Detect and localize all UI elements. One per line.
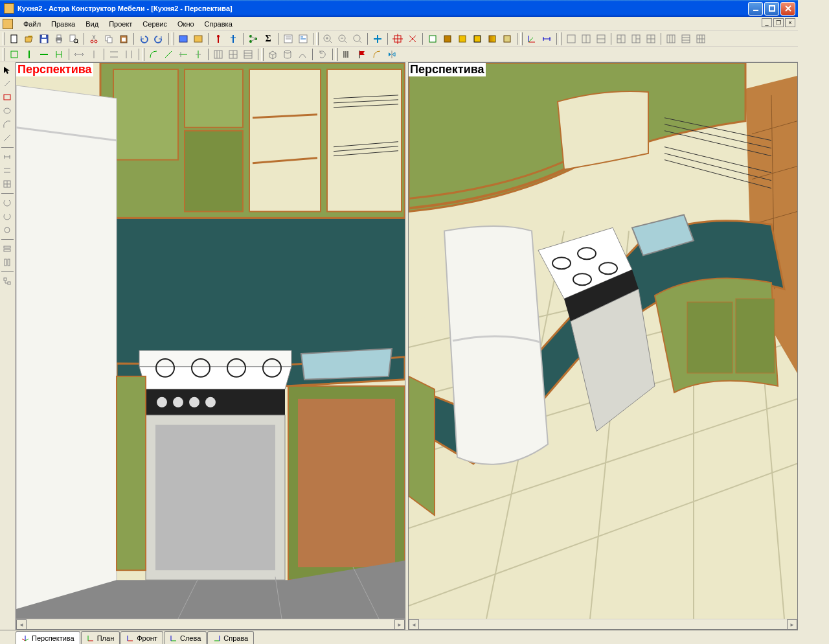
dim-vd-button[interactable]: [122, 47, 136, 62]
snap-button[interactable]: [391, 32, 405, 46]
copy-button[interactable]: [102, 32, 116, 46]
tree-view-button[interactable]: [0, 275, 14, 288]
tab-front[interactable]: Фронт: [120, 631, 163, 644]
layout-3a-button[interactable]: [614, 32, 628, 46]
mdi-restore-button[interactable]: ❐: [773, 18, 784, 27]
menu-help[interactable]: Справка: [199, 18, 238, 30]
zoom-fit-button[interactable]: [350, 32, 365, 46]
rotate-left-button[interactable]: [0, 196, 14, 209]
toolbar-grip-icon[interactable]: [261, 48, 264, 61]
menu-service[interactable]: Сервис: [137, 18, 172, 30]
new-button[interactable]: [7, 32, 21, 46]
zoom-in-button[interactable]: [321, 32, 335, 46]
point-tool-button[interactable]: [0, 77, 14, 90]
rect-tool-button[interactable]: [0, 91, 14, 104]
text-button[interactable]: [340, 47, 354, 62]
scroll-right-button[interactable]: ►: [394, 619, 405, 630]
scrollbar-right[interactable]: ◄ ►: [409, 619, 797, 629]
dim-tool-button[interactable]: [0, 150, 14, 163]
grid-4-button[interactable]: [226, 47, 240, 62]
layout-3b-button[interactable]: [629, 32, 643, 46]
scroll-left-button[interactable]: ◄: [409, 619, 419, 630]
dim-hd-button[interactable]: [107, 47, 121, 62]
viewport-left[interactable]: Перспектива: [16, 62, 405, 630]
edge-h-button[interactable]: [176, 47, 190, 62]
layout-col-button[interactable]: [664, 32, 678, 46]
drill-blue-button[interactable]: [226, 32, 240, 46]
flag-button[interactable]: [355, 47, 369, 62]
render-edge-button[interactable]: [470, 32, 484, 46]
undo-button[interactable]: [137, 32, 151, 46]
layout-2v-button[interactable]: [594, 32, 608, 46]
arc-tool-button[interactable]: [0, 118, 14, 131]
toolbar-grip-icon[interactable]: [172, 32, 174, 45]
sweep-button[interactable]: [295, 47, 310, 62]
add-vert-button[interactable]: [22, 47, 36, 62]
menu-edit[interactable]: Правка: [46, 18, 80, 30]
tab-perspective[interactable]: Перспектива: [16, 631, 80, 644]
tab-right[interactable]: Справа: [207, 631, 254, 644]
toolbar-grip-icon[interactable]: [142, 48, 144, 61]
scroll-left-button[interactable]: ◄: [16, 619, 27, 630]
edge-profile-button[interactable]: [146, 47, 161, 62]
panel-button[interactable]: [176, 32, 190, 46]
redo-button[interactable]: [152, 32, 166, 46]
layout-4-button[interactable]: [644, 32, 658, 46]
mdi-close-button[interactable]: ×: [785, 18, 795, 27]
toolbar-grip-icon[interactable]: [3, 32, 5, 45]
layout-1-button[interactable]: [564, 32, 578, 46]
pan-button[interactable]: [370, 32, 385, 46]
cylinder-button[interactable]: [280, 47, 295, 62]
menu-project[interactable]: Проект: [104, 18, 137, 30]
box-button[interactable]: [266, 47, 280, 62]
toolbar-grip-icon[interactable]: [316, 32, 319, 45]
render-tex-button[interactable]: [485, 32, 499, 46]
snap-x-button[interactable]: [405, 32, 420, 46]
layout-6-button[interactable]: [694, 32, 708, 46]
scrollbar-track[interactable]: [419, 619, 787, 629]
spec-button[interactable]: [281, 32, 295, 46]
edge-v-button[interactable]: [191, 47, 205, 62]
render-wire-button[interactable]: [426, 32, 440, 46]
drawing-button[interactable]: [296, 32, 310, 46]
ellipse-tool-button[interactable]: [0, 104, 14, 117]
add-horiz-button[interactable]: [37, 47, 51, 62]
render-color-button[interactable]: [440, 32, 455, 46]
save-button[interactable]: [37, 32, 51, 46]
drill-red-button[interactable]: [211, 32, 225, 46]
mdi-minimize-button[interactable]: _: [762, 18, 772, 27]
dim-h-button[interactable]: [72, 47, 86, 62]
viewport-left-canvas[interactable]: Перспектива: [16, 63, 405, 619]
viewport-right[interactable]: Перспектива: [408, 62, 798, 630]
edge-line-button[interactable]: [161, 47, 176, 62]
toolbar-grip-icon[interactable]: [3, 48, 5, 61]
paste-button[interactable]: [117, 32, 131, 46]
dim-v-button[interactable]: [87, 47, 101, 62]
zoom-out-button[interactable]: [335, 32, 350, 46]
add-join-button[interactable]: [52, 47, 66, 62]
maximize-button[interactable]: [764, 2, 779, 16]
minimize-button[interactable]: [748, 2, 763, 16]
grid-3-button[interactable]: [211, 47, 225, 62]
toolbar-grip-icon[interactable]: [520, 32, 523, 45]
cut-button[interactable]: [87, 32, 101, 46]
menu-file[interactable]: Файл: [18, 18, 46, 30]
dim-button[interactable]: [539, 32, 554, 46]
tree-button[interactable]: [246, 32, 260, 46]
toolbar-grip-icon[interactable]: [560, 32, 562, 45]
menu-view[interactable]: Вид: [80, 18, 104, 30]
render-shade-button[interactable]: [455, 32, 470, 46]
panel-yellow-button[interactable]: [191, 32, 205, 46]
layout-2h-button[interactable]: [579, 32, 593, 46]
layer-horiz-button[interactable]: [0, 242, 14, 255]
rotate-180-button[interactable]: [0, 224, 14, 236]
tab-plan[interactable]: План: [81, 631, 120, 644]
line-tool-button[interactable]: [0, 132, 14, 144]
toolbar-grip-icon[interactable]: [335, 48, 338, 61]
scrollbar-track[interactable]: [27, 619, 394, 629]
render-ground-button[interactable]: [500, 32, 514, 46]
close-button[interactable]: [780, 2, 795, 16]
add-panel-button[interactable]: [7, 47, 21, 62]
table-tool-button[interactable]: [0, 178, 14, 190]
scroll-right-button[interactable]: ►: [787, 619, 797, 630]
